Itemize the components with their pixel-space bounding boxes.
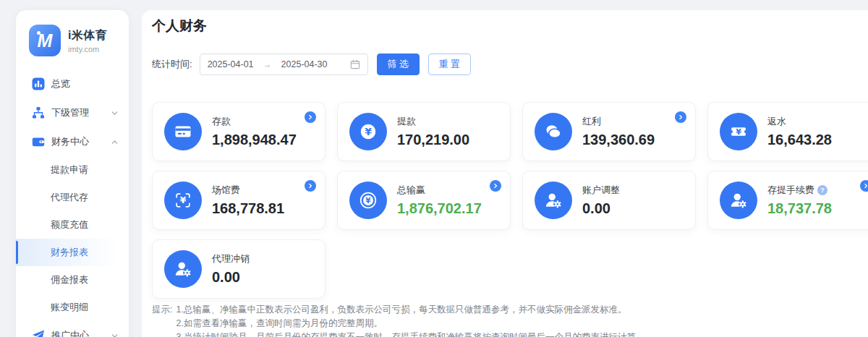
sidebar-item-label: 总览 [51, 77, 70, 90]
stat-card-icon [349, 182, 387, 219]
stat-card-label: 账户调整 [582, 184, 620, 197]
chevron-up-icon [111, 138, 119, 146]
sidebar-item-promotion-center[interactable]: 推广中心 [16, 321, 129, 337]
page-title: 个人财务 [152, 17, 868, 35]
stat-card-icon [720, 113, 757, 150]
sidebar-item-finance-center[interactable]: 财务中心 [16, 127, 129, 156]
stat-card-value: 18,737.78 [767, 200, 832, 217]
brand-domain: imty.com [68, 45, 107, 54]
stat-card-label: 存提手续费 [767, 184, 814, 197]
stat-card-label: 场馆费 [212, 184, 240, 197]
stat-card-label: 总输赢 [397, 184, 425, 197]
stat-card-value: 0.00 [212, 269, 250, 286]
card-arrow-icon[interactable] [675, 111, 686, 123]
stat-card-bonus: 红利 ? 139,360.69 [522, 102, 696, 161]
stat-card-value: 170,219.00 [397, 132, 469, 148]
stat-card-rebate: 返水 ? 16,643.28 [707, 102, 868, 161]
card-arrow-icon[interactable] [305, 180, 316, 192]
note-line: 3.当统计时间跨月，且前后月份的存提费率不一致时，存提手续费和净输赢将按查询时间… [176, 330, 644, 337]
stat-card-agent-writeoff: 代理冲销 ? 0.00 [152, 239, 326, 299]
note-line: 2.如需查看净输赢，查询时间需为月份的完整周期。 [176, 317, 644, 330]
end-date-value[interactable]: 2025-04-30 [281, 59, 328, 69]
stat-card-icon [535, 113, 572, 150]
stat-card-deposit: 存款 ? 1,898,948.47 [152, 102, 326, 161]
date-range-input[interactable]: 2025-04-01 → 2025-04-30 [200, 54, 368, 75]
sidebar-item-financial-report[interactable]: 财务报表 [16, 239, 129, 266]
range-separator: → [263, 59, 272, 69]
sidebar-item-account-changes[interactable]: 账变明细 [16, 294, 129, 321]
sidebar-item-label: 佣金报表 [51, 273, 88, 286]
chevron-down-icon [111, 109, 119, 117]
stat-card-value: 139,360.69 [582, 132, 655, 148]
card-arrow-icon[interactable] [305, 111, 316, 123]
paper-plane-icon [32, 329, 45, 337]
stat-card-value: 0.00 [582, 200, 620, 217]
sidebar-item-label: 提款申请 [51, 163, 88, 176]
stat-card-icon [164, 182, 202, 219]
reset-button[interactable]: 重置 [428, 54, 471, 75]
sidebar-item-label: 推广中心 [51, 329, 89, 337]
help-icon[interactable]: ? [817, 185, 827, 195]
stat-card-value: 1,898,948.47 [212, 132, 297, 148]
start-date-value[interactable]: 2025-04-01 [208, 59, 254, 69]
filter-button[interactable]: 筛选 [377, 54, 420, 75]
stat-card-label: 代理冲销 [212, 252, 250, 265]
stat-card-icon [164, 113, 202, 150]
notes-prefix: 提示: [152, 303, 172, 337]
notes: 提示: 1.总输赢、净输赢中正数表示公司盈利，负数表示公司亏损，每天数据只做普通… [152, 303, 868, 337]
stat-card-icon [720, 182, 757, 219]
stat-card-label: 提款 [397, 115, 416, 128]
stat-card-value: 168,778.81 [212, 200, 284, 217]
sidebar-item-label: 财务中心 [51, 135, 89, 148]
bar-chart-icon [32, 77, 45, 90]
stat-card-deposit-withdrawal-fee: 存提手续费 ? 18,737.78 [707, 171, 868, 230]
note-line: 1.总输赢、净输赢中正数表示公司盈利，负数表示公司亏损，每天数据只做普通参考，并… [176, 303, 644, 317]
stat-card-icon [349, 113, 387, 150]
stat-card-label: 红利 [582, 115, 601, 128]
chevron-down-icon [111, 332, 119, 337]
wallet-icon [32, 135, 45, 148]
filter-label: 统计时间: [152, 58, 192, 71]
stat-card-venue-fee: 场馆费 ? 168,778.81 [152, 171, 326, 230]
filter-bar: 统计时间: 2025-04-01 → 2025-04-30 筛选 重置 [152, 54, 868, 75]
stat-card-total-winloss: 总输赢 ? 1,876,702.17 [337, 171, 511, 230]
sitemap-icon [32, 106, 45, 119]
sidebar-item-label: 财务报表 [51, 246, 88, 259]
stat-card-label: 返水 [767, 115, 786, 128]
stat-card-withdrawal: 提款 ? 170,219.00 [337, 102, 511, 161]
sidebar-item-label: 代理代存 [51, 191, 88, 204]
stat-card-value: 16,643.28 [767, 132, 832, 148]
stat-card-icon [164, 250, 202, 288]
stat-card-icon [535, 182, 572, 219]
sidebar-item-commission-report[interactable]: 佣金报表 [16, 266, 129, 294]
logo-dot [37, 31, 41, 35]
card-arrow-icon[interactable] [490, 180, 501, 192]
sidebar-item-agent-deposit[interactable]: 代理代存 [16, 184, 129, 211]
stat-card-label: 存款 [212, 115, 231, 128]
sidebar-menu: 总览 下级管理 财务中心 提款申请 代理代存 额度充值 财务报表 佣金报表 账变… [16, 69, 129, 337]
sidebar-item-withdrawal-request[interactable]: 提款申请 [16, 156, 129, 184]
sidebar-item-overview[interactable]: 总览 [16, 69, 129, 98]
main-panel: 个人财务 统计时间: 2025-04-01 → 2025-04-30 筛选 重置… [142, 10, 868, 337]
stat-card-account-adjustment: 账户调整 ? 0.00 [522, 171, 696, 230]
sidebar-item-subordinate-management[interactable]: 下级管理 [16, 98, 129, 127]
calendar-icon[interactable] [350, 59, 360, 69]
brand-logo-icon: M [29, 25, 61, 56]
sidebar: M i米体育 imty.com 总览 下级管理 财务中心 提款申请 代理代存 额… [16, 10, 129, 337]
brand-name: i米体育 [68, 28, 107, 43]
sidebar-item-label: 下级管理 [51, 106, 89, 119]
card-arrow-icon[interactable] [860, 180, 868, 192]
cards-grid: 存款 ? 1,898,948.47 提款 ? 170,219.00 [152, 102, 868, 299]
sidebar-item-label: 额度充值 [51, 218, 88, 231]
brand-logo[interactable]: M i米体育 imty.com [16, 10, 129, 56]
sidebar-item-quota-recharge[interactable]: 额度充值 [16, 211, 129, 239]
stat-card-value: 1,876,702.17 [397, 200, 482, 217]
sidebar-item-label: 账变明细 [51, 301, 88, 314]
